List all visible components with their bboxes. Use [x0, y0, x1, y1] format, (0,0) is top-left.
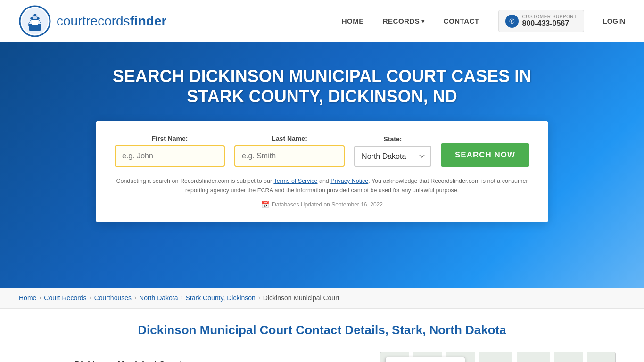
last-name-input[interactable]	[234, 145, 345, 167]
breadcrumb-sep-2: ›	[90, 295, 91, 301]
support-info: CUSTOMER SUPPORT 800-433-0567	[522, 14, 577, 28]
breadcrumb-sep-4: ›	[181, 295, 183, 301]
breadcrumb-sep-3: ›	[134, 295, 136, 301]
breadcrumb: Home › Court Records › Courthouses › Nor…	[0, 288, 644, 309]
hero-section: SEARCH DICKINSON MUNICIPAL COURT CASES I…	[0, 42, 644, 288]
main-content: Dickinson Municipal Court Contact Detail…	[0, 309, 644, 362]
search-fields: First Name: Last Name: State: North Dako…	[115, 135, 529, 167]
state-select[interactable]: North Dakota Alabama Alaska Arizona Arka…	[354, 146, 431, 167]
support-number: 800-433-0567	[522, 19, 577, 28]
breadcrumb-court-records[interactable]: Court Records	[44, 294, 86, 302]
site-header: courtrecordsfinder HOME RECORDS CONTACT …	[0, 0, 644, 42]
map-container: 3rd St E 46°52'51.6"N 102°47'0... View l…	[380, 352, 616, 362]
breadcrumb-courthouses[interactable]: Courthouses	[94, 294, 132, 302]
breadcrumb-sep-1: ›	[39, 295, 41, 301]
breadcrumb-sep-5: ›	[258, 295, 260, 301]
main-nav: HOME RECORDS CONTACT ✆ CUSTOMER SUPPORT …	[342, 10, 625, 32]
support-box: ✆ CUSTOMER SUPPORT 800-433-0567	[498, 10, 584, 32]
first-name-label: First Name:	[115, 135, 225, 142]
map-background: 3rd St E 46°52'51.6"N 102°47'0... View l…	[380, 352, 615, 362]
logo-text: courtrecordsfinder	[57, 14, 166, 29]
nav-records[interactable]: RECORDS	[383, 17, 425, 25]
disclaimer-text: Conducting a search on Recordsfinder.com…	[115, 176, 529, 195]
db-updated: 📅 Databases Updated on September 16, 202…	[115, 201, 529, 208]
svg-rect-19	[512, 352, 517, 362]
svg-rect-18	[475, 352, 479, 362]
nav-contact[interactable]: CONTACT	[444, 17, 479, 25]
search-box: First Name: Last Name: State: North Dako…	[96, 121, 548, 222]
svg-rect-20	[550, 352, 554, 362]
search-button[interactable]: SEARCH NOW	[441, 143, 529, 167]
breadcrumb-stark-county[interactable]: Stark County, Dickinson	[186, 294, 256, 302]
breadcrumb-current: Dickinson Municipal Court	[263, 294, 339, 302]
last-name-field: Last Name:	[234, 135, 345, 167]
section-title: Dickinson Municipal Court Contact Detail…	[28, 323, 616, 337]
court-name-value: Dickinson Municipal Court	[74, 360, 182, 362]
logo[interactable]: courtrecordsfinder	[19, 5, 166, 37]
nav-home[interactable]: HOME	[342, 17, 364, 25]
hero-title: SEARCH DICKINSON MUNICIPAL COURT CASES I…	[110, 66, 534, 107]
last-name-label: Last Name:	[234, 135, 345, 142]
calendar-icon: 📅	[261, 201, 269, 208]
terms-link[interactable]: Terms of Service	[273, 178, 317, 184]
state-field: State: North Dakota Alabama Alaska Arizo…	[354, 135, 431, 167]
court-name-label: Court Name:	[28, 360, 71, 362]
logo-icon	[19, 5, 51, 37]
privacy-link[interactable]: Privacy Notice	[330, 178, 368, 184]
nav-login[interactable]: LOGIN	[603, 17, 626, 25]
first-name-input[interactable]	[115, 145, 225, 167]
court-name-row: Court Name: Dickinson Municipal Court	[28, 352, 361, 362]
svg-rect-21	[583, 352, 587, 362]
state-label: State:	[354, 135, 431, 143]
phone-icon: ✆	[505, 15, 519, 28]
first-name-field: First Name:	[115, 135, 225, 167]
breadcrumb-home[interactable]: Home	[19, 294, 36, 302]
support-label: CUSTOMER SUPPORT	[522, 14, 577, 19]
breadcrumb-north-dakota[interactable]: North Dakota	[139, 294, 178, 302]
map-popup: 46°52'51.6"N 102°47'0... View larger map	[385, 357, 465, 362]
content-grid: Court Name: Dickinson Municipal Court St…	[28, 352, 616, 362]
map-panel: 3rd St E 46°52'51.6"N 102°47'0... View l…	[380, 352, 616, 362]
details-panel: Court Name: Dickinson Municipal Court St…	[28, 352, 361, 362]
